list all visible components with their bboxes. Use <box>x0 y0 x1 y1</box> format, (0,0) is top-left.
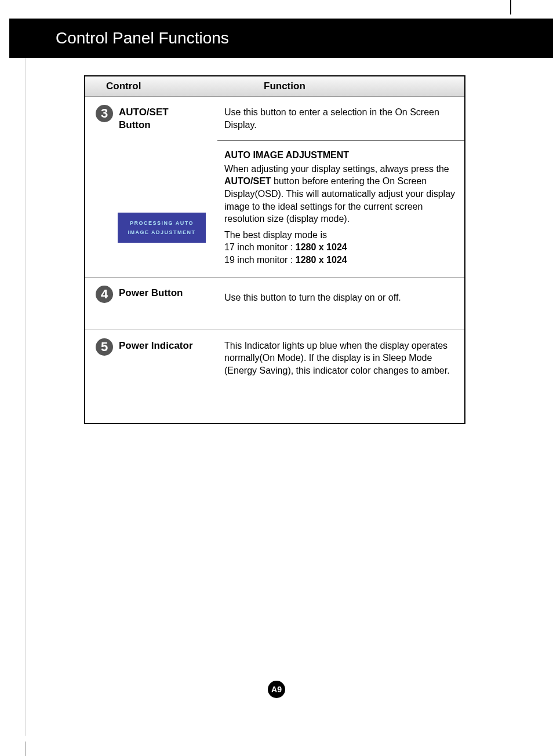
control-cell: 5 Power Indicator <box>85 330 217 423</box>
res19-pre: 19 inch monitor : <box>224 255 296 265</box>
res19-val: 1280 x 1024 <box>296 255 347 265</box>
sub-heading: AUTO IMAGE ADJUSTMENT <box>224 149 456 162</box>
sub-function: AUTO IMAGE ADJUSTMENT When adjusting you… <box>224 141 456 266</box>
osd-preview-box: PROCESSING AUTO IMAGE ADJUSTMENT <box>118 213 206 243</box>
content-area: Control Function 3 AUTO/SETButton PROCES… <box>26 58 511 736</box>
sub-text: When adjusting your display settings, al… <box>224 163 456 225</box>
manual-page: Control Panel Functions Control Function… <box>0 0 553 756</box>
osd-line1: PROCESSING AUTO <box>130 218 194 228</box>
function-cell: Use this button to turn the display on o… <box>217 277 464 330</box>
step-number-icon: 3 <box>96 105 113 122</box>
sub-text-bold: AUTO/SET <box>224 176 271 186</box>
sub-text-pre: When adjusting your display settings, al… <box>224 164 449 174</box>
table-row: 5 Power Indicator This Indicator lights … <box>85 330 464 423</box>
function-text: Use this button to enter a selection in … <box>224 106 456 131</box>
resolution-17: 17 inch monitor : 1280 x 1024 <box>224 241 456 254</box>
step-number-icon: 4 <box>96 286 113 303</box>
function-text: Use this button to turn the display on o… <box>224 291 456 304</box>
resolution-19: 19 inch monitor : 1280 x 1024 <box>224 254 456 266</box>
control-label: Power Indicator <box>119 338 193 352</box>
control-label-text: AUTO/SETButton <box>119 107 169 130</box>
table-header: Control Function <box>85 76 464 97</box>
control-cell: 3 AUTO/SETButton PROCESSING AUTO IMAGE A… <box>85 97 217 277</box>
column-header-control: Control <box>85 81 217 92</box>
table-row: 3 AUTO/SETButton PROCESSING AUTO IMAGE A… <box>85 97 464 277</box>
control-label-wrap: 5 Power Indicator <box>96 338 213 356</box>
bottom-crop-mark <box>26 742 26 756</box>
function-cell: Use this button to enter a selection in … <box>217 97 464 277</box>
control-function-table: Control Function 3 AUTO/SETButton PROCES… <box>84 75 465 424</box>
control-label-wrap: 3 AUTO/SETButton <box>96 105 213 132</box>
table-row: 4 Power Button Use this button to turn t… <box>85 277 464 330</box>
control-label-wrap: 4 Power Button <box>96 286 213 303</box>
section-title: Control Panel Functions <box>56 29 229 48</box>
page-number-badge: A9 <box>268 681 285 698</box>
function-cell: This Indicator lights up blue when the d… <box>217 330 464 423</box>
res17-pre: 17 inch monitor : <box>224 242 296 252</box>
osd-line2: IMAGE ADJUSTMENT <box>128 228 195 237</box>
control-label: Power Button <box>119 286 183 300</box>
control-label: AUTO/SETButton <box>119 105 169 132</box>
control-cell: 4 Power Button <box>85 277 217 330</box>
function-text: This Indicator lights up blue when the d… <box>224 339 456 377</box>
column-header-function: Function <box>217 81 464 92</box>
res17-val: 1280 x 1024 <box>296 242 347 252</box>
section-header-bar: Control Panel Functions <box>9 19 553 58</box>
step-number-icon: 5 <box>96 338 113 356</box>
best-mode-line: The best display mode is <box>224 229 456 242</box>
